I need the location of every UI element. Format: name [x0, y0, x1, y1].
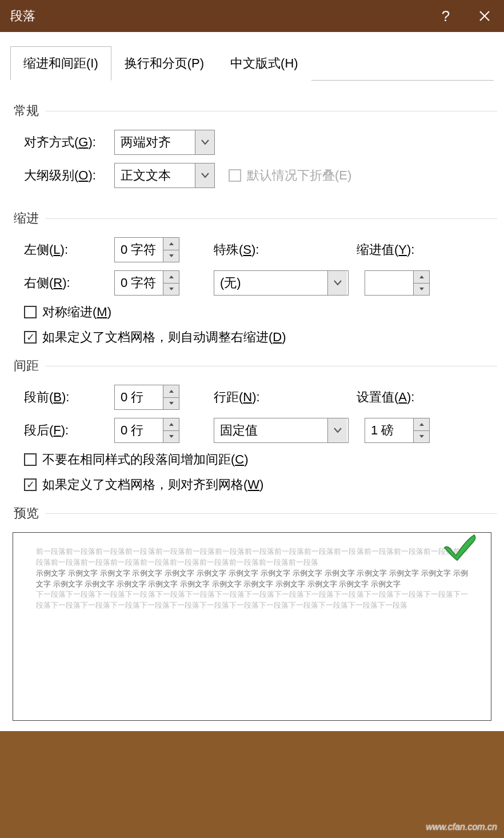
section-indent: 缩进 [14, 210, 494, 227]
spin-up-icon[interactable] [414, 271, 429, 284]
indent-left-value[interactable] [115, 238, 163, 262]
align-combo[interactable] [114, 130, 215, 155]
section-spacing: 间距 [14, 357, 494, 374]
spin-up-icon[interactable] [414, 418, 429, 431]
grid-indent-label: 如果定义了文档网格，则自动调整右缩进(D) [42, 329, 286, 346]
spin-up-icon[interactable] [163, 385, 179, 398]
space-after-value[interactable] [115, 418, 163, 442]
indent-right-spinner[interactable] [114, 270, 179, 296]
checkmark-icon [441, 532, 478, 564]
space-after-label: 段后(F): [24, 422, 114, 439]
space-at-spinner[interactable] [365, 418, 430, 443]
tab-indent-spacing[interactable]: 缩进和间距(I) [10, 46, 111, 81]
collapse-checkbox: 默认情况下折叠(E) [229, 167, 351, 184]
dialog-body: 缩进和间距(I) 换行和分页(P) 中文版式(H) 常规 对齐方式(G): 大纲… [0, 46, 504, 731]
indent-right-label: 右侧(R): [24, 274, 114, 292]
indent-left-spinner[interactable] [114, 237, 179, 262]
paragraph-dialog: 段落 ? 缩进和间距(I) 换行和分页(P) 中文版式(H) 常规 对齐方式(G… [0, 0, 504, 731]
indent-by-spinner[interactable] [365, 270, 430, 296]
space-after-spinner[interactable] [114, 418, 179, 443]
spin-down-icon[interactable] [163, 398, 179, 410]
grid-indent-checkbox[interactable]: 如果定义了文档网格，则自动调整右缩进(D) [24, 329, 286, 346]
indent-special-combo[interactable] [214, 270, 349, 296]
spin-down-icon[interactable] [414, 284, 429, 296]
indent-left-label: 左侧(L): [24, 241, 114, 258]
preview-before: 前一段落前一段落前一段落前一段落前一段落前一段落前一段落前一段落前一段落前一段落… [36, 546, 468, 568]
indent-special-value[interactable] [214, 271, 327, 295]
chevron-down-icon[interactable] [195, 163, 214, 187]
spin-up-icon[interactable] [163, 238, 179, 250]
spin-down-icon[interactable] [163, 431, 179, 443]
collapse-label: 默认情况下折叠(E) [247, 167, 351, 184]
close-button[interactable] [465, 0, 504, 32]
chevron-down-icon[interactable] [327, 418, 347, 442]
outline-value[interactable] [115, 163, 195, 187]
preview-after: 下一段落下一段落下一段落下一段落下一段落下一段落下一段落下一段落下一段落下一段落… [36, 589, 468, 611]
spin-up-icon[interactable] [163, 271, 179, 284]
help-button[interactable]: ? [426, 0, 465, 32]
tab-chinese[interactable]: 中文版式(H) [217, 46, 311, 81]
section-preview: 预览 [14, 505, 494, 522]
indent-by-value[interactable] [365, 271, 413, 295]
space-at-label: 设置值(A): [357, 389, 414, 406]
indent-special-label: 特殊(S): [214, 241, 357, 258]
linespace-value[interactable] [214, 418, 327, 442]
chevron-down-icon[interactable] [327, 271, 347, 295]
mirror-indent-checkbox[interactable]: 对称缩进(M) [24, 304, 111, 321]
spin-down-icon[interactable] [414, 431, 429, 443]
nospace-same-style-label: 不要在相同样式的段落间增加间距(C) [42, 451, 249, 468]
preview-sample: 示例文字 示例文字 示例文字 示例文字 示例文字 示例文字 示例文字 示例文字 … [36, 568, 468, 590]
grid-space-label: 如果定义了文档网格，则对齐到网格(W) [42, 476, 263, 493]
tabs: 缩进和间距(I) 换行和分页(P) 中文版式(H) [10, 46, 494, 81]
space-before-value[interactable] [115, 385, 163, 409]
dialog-title: 段落 [10, 7, 35, 25]
preview-box: 前一段落前一段落前一段落前一段落前一段落前一段落前一段落前一段落前一段落前一段落… [13, 532, 491, 721]
space-at-value[interactable] [365, 418, 413, 442]
watermark: www.cfan.com.cn [426, 822, 497, 832]
mirror-indent-label: 对称缩进(M) [42, 304, 111, 321]
indent-right-value[interactable] [115, 271, 163, 295]
chevron-down-icon[interactable] [195, 130, 214, 154]
outline-label: 大纲级别(O): [24, 167, 114, 184]
space-before-spinner[interactable] [114, 385, 179, 410]
align-label: 对齐方式(G): [24, 134, 114, 151]
spin-down-icon[interactable] [163, 284, 179, 296]
titlebar: 段落 ? [0, 0, 504, 32]
section-general: 常规 [14, 102, 494, 119]
linespace-label: 行距(N): [214, 389, 357, 406]
align-value[interactable] [115, 130, 195, 154]
spin-down-icon[interactable] [163, 250, 179, 262]
grid-space-checkbox[interactable]: 如果定义了文档网格，则对齐到网格(W) [24, 476, 263, 493]
linespace-combo[interactable] [214, 418, 349, 443]
outline-combo[interactable] [114, 163, 215, 188]
spin-up-icon[interactable] [163, 418, 179, 431]
indent-by-label: 缩进值(Y): [357, 241, 414, 258]
tab-line-page[interactable]: 换行和分页(P) [111, 46, 217, 81]
nospace-same-style-checkbox[interactable]: 不要在相同样式的段落间增加间距(C) [24, 451, 249, 468]
space-before-label: 段前(B): [24, 389, 114, 406]
